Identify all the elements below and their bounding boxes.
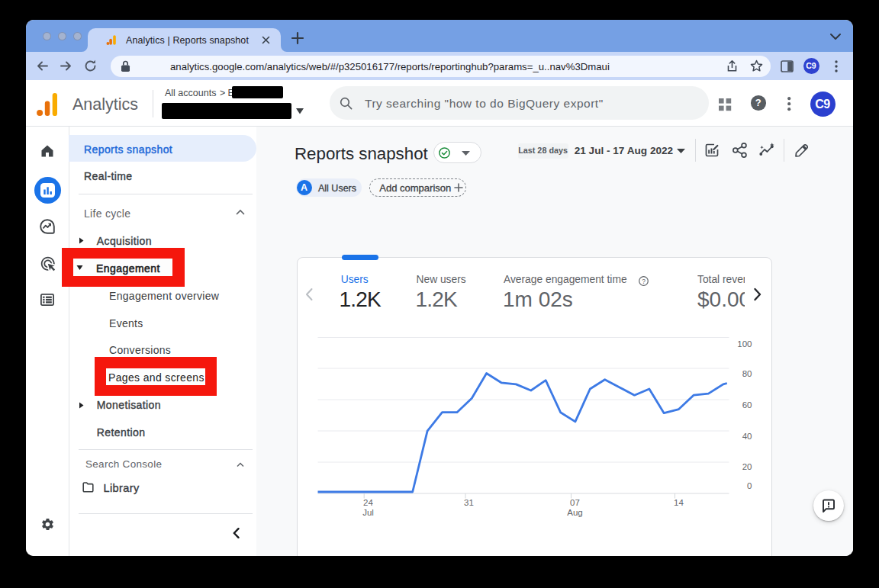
svg-text:60: 60 xyxy=(742,400,752,410)
svg-text:20: 20 xyxy=(742,462,752,471)
svg-text:0: 0 xyxy=(747,481,752,490)
svg-text:07: 07 xyxy=(570,498,580,507)
svg-text:40: 40 xyxy=(742,432,752,441)
svg-text:14: 14 xyxy=(674,498,684,507)
svg-text:100: 100 xyxy=(737,339,752,349)
svg-text:Jul: Jul xyxy=(362,508,374,517)
svg-text:Aug: Aug xyxy=(567,508,582,517)
svg-text:80: 80 xyxy=(742,369,752,378)
svg-text:31: 31 xyxy=(464,498,474,507)
svg-text:24: 24 xyxy=(363,498,373,507)
